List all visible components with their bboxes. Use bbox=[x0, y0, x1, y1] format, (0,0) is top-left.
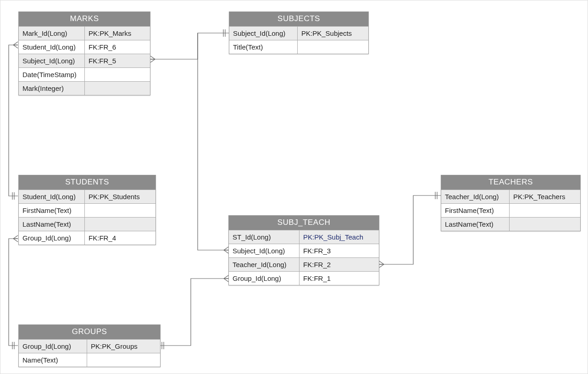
diagram-canvas: MARKS Mark_Id(Long)PK:PK_MarksStudent_Id… bbox=[0, 0, 588, 374]
column-name: Student_Id(Long) bbox=[19, 40, 85, 54]
column-name: Title(Text) bbox=[229, 40, 298, 54]
entity-title: STUDENTS bbox=[19, 175, 155, 190]
column-constraint bbox=[85, 68, 150, 81]
entity-title: SUBJ_TEACH bbox=[229, 216, 379, 230]
entity-title: SUBJECTS bbox=[229, 12, 368, 26]
entity-row[interactable]: Group_Id(Long)PK:PK_Groups bbox=[19, 339, 160, 353]
entity-row[interactable]: FirstName(Text) bbox=[441, 203, 580, 217]
column-constraint bbox=[85, 218, 155, 231]
column-name: Group_Id(Long) bbox=[19, 231, 85, 245]
column-name: Name(Text) bbox=[19, 353, 87, 367]
entity-subj-teach[interactable]: SUBJ_TEACH ST_Id(Long)PK:PK_Subj_TeachSu… bbox=[228, 215, 379, 285]
column-constraint bbox=[87, 353, 160, 367]
column-constraint: PK:PK_Marks bbox=[85, 27, 150, 40]
entity-row[interactable]: Group_Id(Long)FK:FR_4 bbox=[19, 231, 155, 245]
column-name: Subject_Id(Long) bbox=[229, 27, 298, 40]
column-name: FirstName(Text) bbox=[19, 204, 85, 217]
column-constraint: PK:PK_Subj_Teach bbox=[300, 230, 379, 244]
entity-row[interactable]: Teacher_Id(Long)FK:FR_2 bbox=[229, 257, 379, 271]
entity-row[interactable]: Subject_Id(Long)FK:FR_3 bbox=[229, 244, 379, 257]
entity-groups[interactable]: GROUPS Group_Id(Long)PK:PK_GroupsName(Te… bbox=[18, 324, 161, 367]
column-name: LastName(Text) bbox=[19, 218, 85, 231]
column-name: Group_Id(Long) bbox=[19, 340, 87, 353]
entity-row[interactable]: Student_Id(Long)PK:PK_Students bbox=[19, 190, 155, 203]
entity-row[interactable]: ST_Id(Long)PK:PK_Subj_Teach bbox=[229, 230, 379, 244]
column-name: Group_Id(Long) bbox=[229, 272, 300, 285]
column-constraint bbox=[510, 218, 580, 231]
column-name: FirstName(Text) bbox=[441, 204, 510, 217]
column-name: Student_Id(Long) bbox=[19, 190, 85, 203]
entity-students[interactable]: STUDENTS Student_Id(Long)PK:PK_StudentsF… bbox=[18, 175, 156, 245]
column-name: Mark_Id(Long) bbox=[19, 27, 85, 40]
column-constraint: FK:FR_6 bbox=[85, 40, 150, 54]
column-name: Teacher_Id(Long) bbox=[441, 190, 510, 203]
column-name: Mark(Integer) bbox=[19, 82, 85, 95]
column-name: Subject_Id(Long) bbox=[19, 54, 85, 67]
entity-marks[interactable]: MARKS Mark_Id(Long)PK:PK_MarksStudent_Id… bbox=[18, 11, 150, 95]
column-name: Teacher_Id(Long) bbox=[229, 258, 300, 271]
column-constraint: FK:FR_2 bbox=[300, 258, 379, 271]
column-constraint bbox=[85, 82, 150, 95]
entity-row[interactable]: Name(Text) bbox=[19, 353, 160, 367]
column-constraint: FK:FR_5 bbox=[85, 54, 150, 67]
entity-row[interactable]: Title(Text) bbox=[229, 40, 368, 54]
entity-title: GROUPS bbox=[19, 325, 160, 339]
entity-row[interactable]: Subject_Id(Long)PK:PK_Subjects bbox=[229, 26, 368, 40]
entity-title: MARKS bbox=[19, 12, 150, 26]
column-name: Date(TimeStamp) bbox=[19, 68, 85, 81]
column-constraint: FK:FR_1 bbox=[300, 272, 379, 285]
column-constraint: PK:PK_Groups bbox=[87, 340, 160, 353]
column-constraint bbox=[85, 204, 155, 217]
column-constraint: PK:PK_Subjects bbox=[298, 27, 368, 40]
column-constraint bbox=[298, 40, 368, 54]
column-name: Subject_Id(Long) bbox=[229, 244, 300, 257]
column-name: ST_Id(Long) bbox=[229, 230, 300, 244]
column-constraint: FK:FR_3 bbox=[300, 244, 379, 257]
entity-teachers[interactable]: TEACHERS Teacher_Id(Long)PK:PK_TeachersF… bbox=[441, 175, 581, 231]
entity-row[interactable]: Date(TimeStamp) bbox=[19, 67, 150, 81]
entity-row[interactable]: Teacher_Id(Long)PK:PK_Teachers bbox=[441, 190, 580, 203]
entity-row[interactable]: Mark_Id(Long)PK:PK_Marks bbox=[19, 26, 150, 40]
entity-row[interactable]: LastName(Text) bbox=[19, 217, 155, 231]
entity-row[interactable]: LastName(Text) bbox=[441, 217, 580, 231]
column-constraint: FK:FR_4 bbox=[85, 231, 155, 245]
entity-row[interactable]: Mark(Integer) bbox=[19, 81, 150, 95]
entity-row[interactable]: Subject_Id(Long)FK:FR_5 bbox=[19, 54, 150, 67]
entity-row[interactable]: FirstName(Text) bbox=[19, 203, 155, 217]
column-constraint: PK:PK_Students bbox=[85, 190, 155, 203]
entity-row[interactable]: Group_Id(Long)FK:FR_1 bbox=[229, 271, 379, 285]
entity-row[interactable]: Student_Id(Long)FK:FR_6 bbox=[19, 40, 150, 54]
column-constraint: PK:PK_Teachers bbox=[510, 190, 580, 203]
entity-title: TEACHERS bbox=[441, 175, 580, 190]
column-name: LastName(Text) bbox=[441, 218, 510, 231]
column-constraint bbox=[510, 204, 580, 217]
entity-subjects[interactable]: SUBJECTS Subject_Id(Long)PK:PK_SubjectsT… bbox=[229, 11, 369, 54]
